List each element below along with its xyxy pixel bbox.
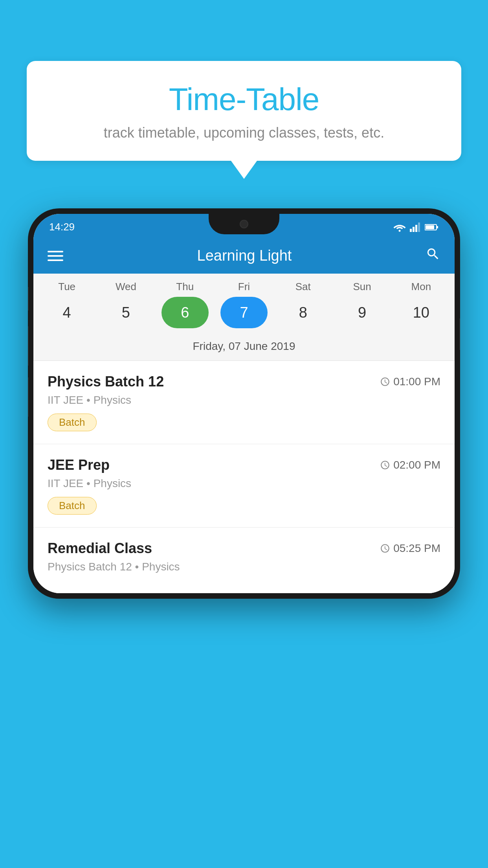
clock-icon	[380, 460, 390, 470]
item-time: 05:25 PM	[380, 542, 440, 555]
day-number[interactable]: 7	[220, 297, 268, 328]
phone-mockup: 14:29	[28, 208, 460, 599]
wifi-icon	[393, 223, 406, 232]
battery-icon	[425, 223, 439, 231]
calendar-header: TueWedThuFriSatSunMon 45678910 Friday, 0…	[33, 274, 455, 361]
schedule-item[interactable]: JEE Prep02:00 PMIIT JEE • PhysicsBatch	[33, 444, 455, 528]
item-title: Remedial Class	[48, 540, 152, 557]
day-label: Mon	[398, 281, 445, 293]
batch-badge: Batch	[48, 497, 97, 515]
camera	[240, 220, 248, 228]
status-time: 14:29	[49, 221, 75, 233]
selected-date-label: Friday, 07 June 2019	[33, 335, 455, 361]
schedule-item[interactable]: Remedial Class05:25 PMPhysics Batch 12 •…	[33, 528, 455, 593]
item-title: Physics Batch 12	[48, 373, 164, 390]
clock-icon	[380, 377, 390, 387]
day-number[interactable]: 6	[161, 297, 209, 328]
svg-rect-1	[410, 229, 412, 232]
mute-button	[28, 287, 29, 311]
day-number[interactable]: 4	[43, 297, 90, 328]
volume-down-button	[28, 377, 29, 417]
svg-rect-7	[426, 225, 434, 229]
volume-up-button	[28, 326, 29, 366]
notch	[209, 214, 279, 234]
item-subtitle: Physics Batch 12 • Physics	[48, 561, 440, 573]
menu-button[interactable]	[48, 251, 63, 261]
app-title: Learning Light	[74, 247, 415, 264]
clock-icon	[380, 543, 390, 554]
item-subtitle: IIT JEE • Physics	[48, 394, 440, 406]
phone-body: 14:29	[28, 208, 460, 599]
bubble-title: Time-Table	[50, 81, 438, 118]
day-label: Sun	[339, 281, 386, 293]
svg-point-0	[399, 230, 401, 232]
svg-rect-4	[418, 223, 420, 232]
item-title: JEE Prep	[48, 457, 110, 473]
day-label: Wed	[102, 281, 149, 293]
speech-bubble: Time-Table track timetable, upcoming cla…	[27, 61, 461, 161]
schedule-item[interactable]: Physics Batch 1201:00 PMIIT JEE • Physic…	[33, 361, 455, 444]
item-time: 01:00 PM	[380, 375, 440, 388]
day-labels: TueWedThuFriSatSunMon	[33, 281, 455, 293]
day-label: Thu	[161, 281, 209, 293]
day-label: Sat	[279, 281, 327, 293]
day-number[interactable]: 8	[279, 297, 327, 328]
day-label: Fri	[220, 281, 268, 293]
day-number[interactable]: 5	[102, 297, 149, 328]
bubble-subtitle: track timetable, upcoming classes, tests…	[50, 125, 438, 141]
item-subtitle: IIT JEE • Physics	[48, 477, 440, 490]
phone-screen: 14:29	[33, 214, 455, 593]
svg-rect-3	[415, 225, 417, 232]
app-bar: Learning Light	[33, 238, 455, 274]
day-label: Tue	[43, 281, 90, 293]
day-number[interactable]: 10	[398, 297, 445, 328]
status-icons	[393, 223, 439, 232]
day-number[interactable]: 9	[339, 297, 386, 328]
schedule-list: Physics Batch 1201:00 PMIIT JEE • Physic…	[33, 361, 455, 593]
power-button	[459, 318, 460, 350]
batch-badge: Batch	[48, 414, 97, 431]
item-time: 02:00 PM	[380, 459, 440, 471]
day-numbers: 45678910	[33, 297, 455, 335]
search-button[interactable]	[426, 246, 440, 265]
svg-rect-2	[413, 227, 415, 232]
status-bar: 14:29	[33, 214, 455, 238]
signal-icon	[410, 223, 421, 232]
svg-rect-6	[437, 226, 438, 228]
